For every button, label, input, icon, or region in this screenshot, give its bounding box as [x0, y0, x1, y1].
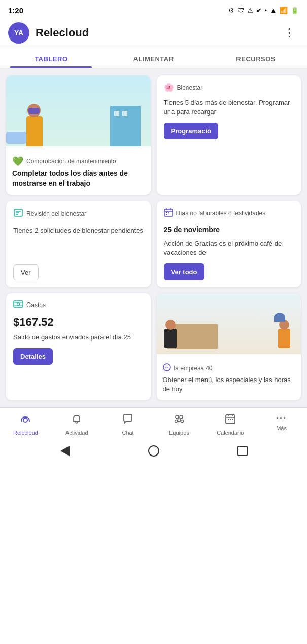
back-button[interactable]: [58, 444, 72, 458]
nav-mas[interactable]: ··· Más: [256, 412, 307, 437]
dias-label: Días no laborables o festividades: [176, 210, 266, 217]
battery-icon: 🔋: [291, 7, 299, 14]
empresa-image: [157, 293, 301, 354]
tab-recursos[interactable]: RECURSOS: [204, 48, 307, 68]
calendar-nav-icon: [224, 413, 236, 428]
svg-point-18: [176, 415, 179, 419]
status-time: 1:20: [8, 6, 23, 15]
more-icon: ···: [276, 413, 287, 424]
illustration-mantenimiento: [6, 75, 151, 146]
svg-rect-10: [166, 214, 167, 215]
svg-point-21: [175, 420, 177, 422]
nav-chat[interactable]: Chat: [103, 412, 154, 437]
flower-icon: 🌸: [164, 83, 174, 92]
revision-tag: Revisión del bienestar: [13, 208, 144, 220]
card-mantenimiento-body: 💚 Comprobación de mantenimiento Completa…: [6, 150, 151, 195]
svg-point-19: [180, 415, 183, 419]
nav-actividad[interactable]: Actividad: [51, 412, 103, 437]
bottom-nav: Relecloud Actividad Chat: [0, 407, 307, 439]
calendar-icon: [164, 208, 173, 219]
relecloud-icon: [19, 413, 31, 428]
empresa-card-body: la empresa 40 Obtener el menú, los espec…: [157, 358, 301, 400]
recents-button[interactable]: [235, 444, 250, 458]
card-dias: Días no laborables o festividades 25 de …: [157, 201, 301, 287]
svg-rect-27: [228, 419, 229, 420]
nav-actividad-label: Actividad: [65, 430, 88, 436]
svg-rect-11: [14, 301, 23, 307]
card-mantenimiento-tag: 💚 Comprobación de mantenimiento: [12, 156, 145, 167]
revision-ver-button[interactable]: Ver: [13, 264, 39, 280]
illus-building: [110, 106, 141, 146]
bell-icon: [71, 413, 83, 428]
revision-label: Revisión del bienestar: [26, 210, 86, 217]
nav-calendario[interactable]: Calendario: [204, 412, 256, 437]
empresa-sub-text: Obtener el menú, los especiales y las ho…: [163, 375, 295, 394]
heart-icon: 💚: [12, 156, 23, 167]
empresa-p1-body: [164, 329, 177, 348]
svg-rect-9: [168, 212, 169, 213]
wifi-icon: ▲: [270, 7, 277, 14]
home-button[interactable]: [147, 444, 161, 458]
back-triangle-icon: [60, 446, 70, 456]
nav-relecloud[interactable]: Relecloud: [0, 412, 51, 437]
svg-point-20: [178, 419, 181, 422]
revision-icon: [13, 208, 23, 220]
nav-equipos-label: Equipos: [169, 430, 189, 436]
tabs-bar: TABLERO ALIMENTAR RECURSOS: [0, 48, 307, 68]
mantenimiento-main-text: Completar todos los días antes de mostra…: [12, 169, 145, 188]
gastos-sub-text: Saldo de gastos enviados para el día 25: [13, 333, 144, 342]
empresa-person1: [162, 320, 180, 348]
home-circle-icon: [148, 445, 159, 457]
signal-icon: 📶: [280, 7, 288, 14]
content-area: 💚 Comprobación de mantenimiento Completa…: [0, 68, 307, 407]
gastos-amount: $167.52: [13, 316, 144, 329]
tab-tablero[interactable]: TABLERO: [0, 48, 103, 68]
illus-person-body: [26, 116, 43, 146]
expense-icon: [13, 300, 23, 310]
svg-point-12: [17, 303, 20, 306]
bienestar-programacion-button[interactable]: Programació: [164, 123, 218, 139]
card-mantenimiento-image: [6, 75, 151, 146]
bienestar-sub-text: Tienes 5 días más de bienestar. Programa…: [164, 98, 294, 117]
nav-chat-label: Chat: [122, 430, 133, 436]
recents-square-icon: [237, 446, 248, 456]
status-bar: 1:20 ⚙ 🛡 ⚠ ✔ • ▲ 📶 🔋: [0, 0, 307, 18]
bienestar-label: Bienestar: [177, 84, 203, 91]
dot-icon: •: [265, 7, 267, 14]
dias-ver-todo-button[interactable]: Ver todo: [164, 263, 204, 280]
dias-date: 25 de noviembre: [164, 225, 294, 235]
cards-grid: 💚 Comprobación de mantenimiento Completa…: [0, 68, 307, 407]
tab-alimentar[interactable]: ALIMENTAR: [103, 48, 205, 68]
nav-relecloud-label: Relecloud: [13, 430, 38, 436]
warning-icon: ⚠: [247, 7, 253, 14]
dias-sub-text: Acción de Gracias es el próximo café de …: [164, 239, 294, 257]
app-title: Relecloud: [36, 26, 280, 40]
avatar[interactable]: YA: [8, 22, 29, 44]
svg-rect-28: [230, 419, 231, 420]
empresa-label: la empresa 40: [174, 365, 213, 372]
card-revision: Revisión del bienestar Tienes 2 solicitu…: [6, 201, 151, 287]
empresa-hijab: [274, 313, 285, 322]
shield-icon: 🛡: [237, 7, 244, 14]
more-options-icon[interactable]: ⋮: [280, 24, 299, 42]
revision-main-text: Tienes 2 solicitudes de bienestar pendie…: [13, 226, 144, 235]
teams-icon: [173, 413, 185, 428]
bienestar-tag: 🌸 Bienestar: [164, 83, 294, 92]
empresa-icon: [163, 363, 171, 373]
empresa-p2-body: [278, 329, 290, 348]
nav-equipos[interactable]: Equipos: [153, 412, 204, 437]
chat-icon: [122, 413, 134, 428]
nav-mas-label: Más: [276, 425, 287, 431]
card-bienestar: 🌸 Bienestar Tienes 5 días más de bienest…: [157, 75, 301, 195]
check-icon: ✔: [256, 7, 262, 14]
card-mantenimiento: 💚 Comprobación de mantenimiento Completa…: [6, 75, 151, 195]
illus-car: [6, 132, 26, 144]
empresa-tag: la empresa 40: [163, 363, 295, 373]
status-icons: ⚙ 🛡 ⚠ ✔ • ▲ 📶 🔋: [228, 7, 299, 14]
mantenimiento-tag-text: Comprobación de mantenimiento: [26, 158, 116, 165]
nav-calendario-label: Calendario: [217, 430, 244, 436]
svg-rect-29: [232, 419, 233, 420]
card-empresa: la empresa 40 Obtener el menú, los espec…: [157, 293, 301, 400]
gastos-detalles-button[interactable]: Detalles: [13, 348, 53, 365]
card-gastos: Gastos $167.52 Saldo de gastos enviados …: [6, 293, 151, 400]
